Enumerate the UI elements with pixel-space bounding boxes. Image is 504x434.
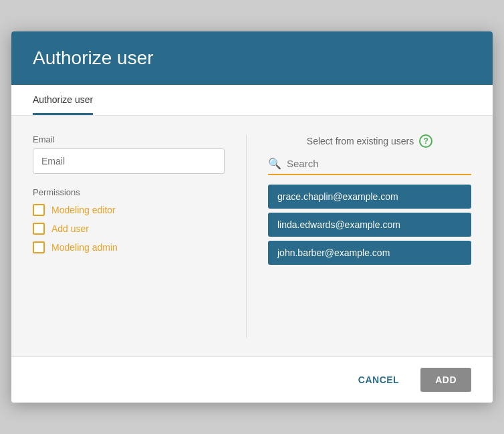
user-list: grace.chaplin@example.com linda.edwards@… xyxy=(268,185,471,265)
search-icon: 🔍 xyxy=(268,157,281,170)
right-panel: Select from existing users ? 🔍 grace.cha… xyxy=(247,134,471,338)
permission-modeling-editor[interactable]: Modeling editor xyxy=(33,204,225,216)
select-from-label: Select from existing users xyxy=(307,136,414,146)
checkbox-add-user xyxy=(33,223,45,235)
permission-modeling-admin[interactable]: Modeling admin xyxy=(33,241,225,253)
email-label: Email xyxy=(33,134,225,144)
permission-add-user[interactable]: Add user xyxy=(33,223,225,235)
add-button[interactable]: ADD xyxy=(420,368,471,392)
authorize-user-dialog: Authorize user Authorize user Email Perm… xyxy=(11,31,493,403)
tab-authorize-user[interactable]: Authorize user xyxy=(33,85,93,115)
select-header: Select from existing users ? xyxy=(268,134,471,148)
checkbox-label-add-user: Add user xyxy=(51,223,89,234)
checkbox-label-modeling-admin: Modeling admin xyxy=(51,242,118,253)
checkbox-modeling-editor xyxy=(33,204,45,216)
dialog-title: Authorize user xyxy=(33,47,471,69)
dialog-tabs: Authorize user xyxy=(11,85,493,116)
user-item[interactable]: john.barber@example.com xyxy=(268,241,471,265)
permissions-label: Permissions xyxy=(33,187,225,197)
checkbox-modeling-admin xyxy=(33,241,45,253)
search-box: 🔍 xyxy=(268,157,471,175)
user-item[interactable]: grace.chaplin@example.com xyxy=(268,185,471,209)
email-input[interactable] xyxy=(33,148,225,174)
dialog-footer: CANCEL ADD xyxy=(11,356,493,403)
cancel-button[interactable]: CANCEL xyxy=(345,368,412,392)
help-icon[interactable]: ? xyxy=(419,134,432,148)
user-item[interactable]: linda.edwards@example.com xyxy=(268,213,471,237)
left-panel: Email Permissions Modeling editor Add us… xyxy=(33,134,247,338)
dialog-header: Authorize user xyxy=(11,31,493,85)
dialog-body: Email Permissions Modeling editor Add us… xyxy=(11,116,493,356)
search-input[interactable] xyxy=(287,158,471,169)
checkbox-label-modeling-editor: Modeling editor xyxy=(51,205,116,215)
